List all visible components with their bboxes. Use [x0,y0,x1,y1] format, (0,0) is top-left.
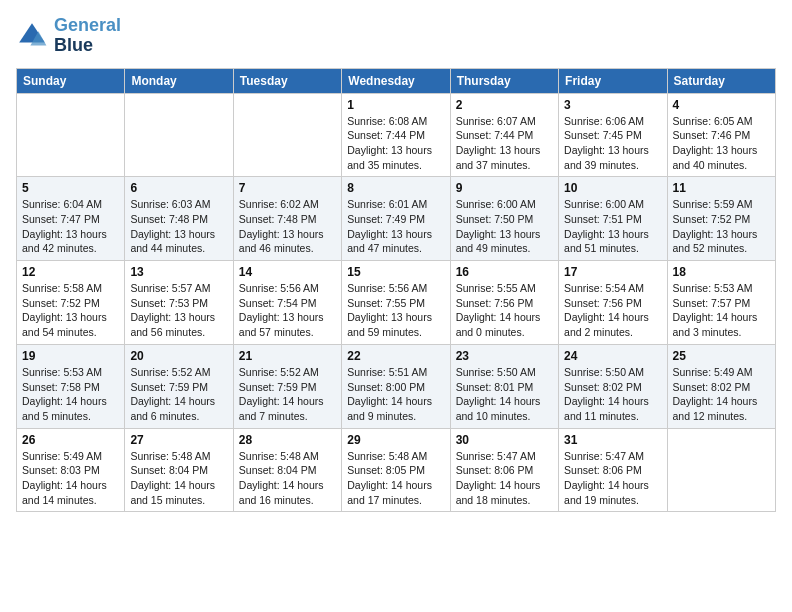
calendar-cell: 12Sunrise: 5:58 AM Sunset: 7:52 PM Dayli… [17,261,125,345]
day-info: Sunrise: 5:47 AM Sunset: 8:06 PM Dayligh… [564,449,661,508]
day-number: 30 [456,433,553,447]
calendar-cell: 6Sunrise: 6:03 AM Sunset: 7:48 PM Daylig… [125,177,233,261]
weekday-header-tuesday: Tuesday [233,68,341,93]
calendar-cell: 30Sunrise: 5:47 AM Sunset: 8:06 PM Dayli… [450,428,558,512]
calendar-cell: 10Sunrise: 6:00 AM Sunset: 7:51 PM Dayli… [559,177,667,261]
calendar-cell: 31Sunrise: 5:47 AM Sunset: 8:06 PM Dayli… [559,428,667,512]
day-number: 6 [130,181,227,195]
day-number: 4 [673,98,770,112]
day-number: 1 [347,98,444,112]
day-info: Sunrise: 5:54 AM Sunset: 7:56 PM Dayligh… [564,281,661,340]
day-info: Sunrise: 5:53 AM Sunset: 7:58 PM Dayligh… [22,365,119,424]
day-number: 13 [130,265,227,279]
calendar-cell: 7Sunrise: 6:02 AM Sunset: 7:48 PM Daylig… [233,177,341,261]
day-info: Sunrise: 5:50 AM Sunset: 8:02 PM Dayligh… [564,365,661,424]
day-info: Sunrise: 5:52 AM Sunset: 7:59 PM Dayligh… [130,365,227,424]
day-number: 28 [239,433,336,447]
day-info: Sunrise: 5:48 AM Sunset: 8:04 PM Dayligh… [130,449,227,508]
calendar-cell [17,93,125,177]
day-number: 27 [130,433,227,447]
calendar-cell: 29Sunrise: 5:48 AM Sunset: 8:05 PM Dayli… [342,428,450,512]
day-number: 8 [347,181,444,195]
day-info: Sunrise: 6:06 AM Sunset: 7:45 PM Dayligh… [564,114,661,173]
logo-icon [16,20,48,52]
calendar-cell: 2Sunrise: 6:07 AM Sunset: 7:44 PM Daylig… [450,93,558,177]
calendar-cell: 18Sunrise: 5:53 AM Sunset: 7:57 PM Dayli… [667,261,775,345]
calendar-cell: 15Sunrise: 5:56 AM Sunset: 7:55 PM Dayli… [342,261,450,345]
day-number: 15 [347,265,444,279]
calendar-cell: 28Sunrise: 5:48 AM Sunset: 8:04 PM Dayli… [233,428,341,512]
day-number: 2 [456,98,553,112]
day-number: 9 [456,181,553,195]
calendar-cell: 1Sunrise: 6:08 AM Sunset: 7:44 PM Daylig… [342,93,450,177]
day-info: Sunrise: 5:48 AM Sunset: 8:04 PM Dayligh… [239,449,336,508]
calendar-cell: 20Sunrise: 5:52 AM Sunset: 7:59 PM Dayli… [125,344,233,428]
calendar-cell [667,428,775,512]
day-number: 31 [564,433,661,447]
day-info: Sunrise: 5:55 AM Sunset: 7:56 PM Dayligh… [456,281,553,340]
weekday-header-monday: Monday [125,68,233,93]
day-info: Sunrise: 5:53 AM Sunset: 7:57 PM Dayligh… [673,281,770,340]
calendar-cell: 11Sunrise: 5:59 AM Sunset: 7:52 PM Dayli… [667,177,775,261]
logo-text: General Blue [54,16,121,56]
day-number: 18 [673,265,770,279]
day-info: Sunrise: 6:05 AM Sunset: 7:46 PM Dayligh… [673,114,770,173]
logo: General Blue [16,16,121,56]
day-info: Sunrise: 6:00 AM Sunset: 7:50 PM Dayligh… [456,197,553,256]
calendar-cell: 27Sunrise: 5:48 AM Sunset: 8:04 PM Dayli… [125,428,233,512]
weekday-header-friday: Friday [559,68,667,93]
calendar-cell: 22Sunrise: 5:51 AM Sunset: 8:00 PM Dayli… [342,344,450,428]
calendar-cell [125,93,233,177]
weekday-header-thursday: Thursday [450,68,558,93]
day-info: Sunrise: 5:52 AM Sunset: 7:59 PM Dayligh… [239,365,336,424]
day-info: Sunrise: 5:59 AM Sunset: 7:52 PM Dayligh… [673,197,770,256]
calendar-cell: 8Sunrise: 6:01 AM Sunset: 7:49 PM Daylig… [342,177,450,261]
day-info: Sunrise: 5:50 AM Sunset: 8:01 PM Dayligh… [456,365,553,424]
day-number: 20 [130,349,227,363]
day-info: Sunrise: 5:47 AM Sunset: 8:06 PM Dayligh… [456,449,553,508]
calendar-cell: 16Sunrise: 5:55 AM Sunset: 7:56 PM Dayli… [450,261,558,345]
calendar-cell: 14Sunrise: 5:56 AM Sunset: 7:54 PM Dayli… [233,261,341,345]
day-info: Sunrise: 5:56 AM Sunset: 7:54 PM Dayligh… [239,281,336,340]
day-number: 21 [239,349,336,363]
calendar-cell: 13Sunrise: 5:57 AM Sunset: 7:53 PM Dayli… [125,261,233,345]
day-info: Sunrise: 6:04 AM Sunset: 7:47 PM Dayligh… [22,197,119,256]
day-number: 22 [347,349,444,363]
calendar-cell [233,93,341,177]
day-info: Sunrise: 5:58 AM Sunset: 7:52 PM Dayligh… [22,281,119,340]
day-info: Sunrise: 5:51 AM Sunset: 8:00 PM Dayligh… [347,365,444,424]
day-info: Sunrise: 5:49 AM Sunset: 8:02 PM Dayligh… [673,365,770,424]
day-info: Sunrise: 6:01 AM Sunset: 7:49 PM Dayligh… [347,197,444,256]
weekday-header-saturday: Saturday [667,68,775,93]
calendar-cell: 25Sunrise: 5:49 AM Sunset: 8:02 PM Dayli… [667,344,775,428]
day-number: 7 [239,181,336,195]
weekday-header-sunday: Sunday [17,68,125,93]
day-number: 17 [564,265,661,279]
calendar-cell: 5Sunrise: 6:04 AM Sunset: 7:47 PM Daylig… [17,177,125,261]
day-number: 5 [22,181,119,195]
day-number: 24 [564,349,661,363]
calendar-cell: 4Sunrise: 6:05 AM Sunset: 7:46 PM Daylig… [667,93,775,177]
page-header: General Blue [16,16,776,56]
weekday-header-wednesday: Wednesday [342,68,450,93]
day-number: 3 [564,98,661,112]
calendar-cell: 3Sunrise: 6:06 AM Sunset: 7:45 PM Daylig… [559,93,667,177]
calendar-cell: 23Sunrise: 5:50 AM Sunset: 8:01 PM Dayli… [450,344,558,428]
day-info: Sunrise: 6:02 AM Sunset: 7:48 PM Dayligh… [239,197,336,256]
day-info: Sunrise: 6:00 AM Sunset: 7:51 PM Dayligh… [564,197,661,256]
calendar-cell: 19Sunrise: 5:53 AM Sunset: 7:58 PM Dayli… [17,344,125,428]
calendar-cell: 26Sunrise: 5:49 AM Sunset: 8:03 PM Dayli… [17,428,125,512]
day-number: 14 [239,265,336,279]
calendar-cell: 21Sunrise: 5:52 AM Sunset: 7:59 PM Dayli… [233,344,341,428]
day-info: Sunrise: 6:08 AM Sunset: 7:44 PM Dayligh… [347,114,444,173]
day-number: 11 [673,181,770,195]
day-info: Sunrise: 6:07 AM Sunset: 7:44 PM Dayligh… [456,114,553,173]
day-number: 19 [22,349,119,363]
day-number: 25 [673,349,770,363]
calendar-cell: 9Sunrise: 6:00 AM Sunset: 7:50 PM Daylig… [450,177,558,261]
calendar-cell: 24Sunrise: 5:50 AM Sunset: 8:02 PM Dayli… [559,344,667,428]
day-info: Sunrise: 5:49 AM Sunset: 8:03 PM Dayligh… [22,449,119,508]
day-number: 10 [564,181,661,195]
day-number: 12 [22,265,119,279]
day-info: Sunrise: 5:56 AM Sunset: 7:55 PM Dayligh… [347,281,444,340]
